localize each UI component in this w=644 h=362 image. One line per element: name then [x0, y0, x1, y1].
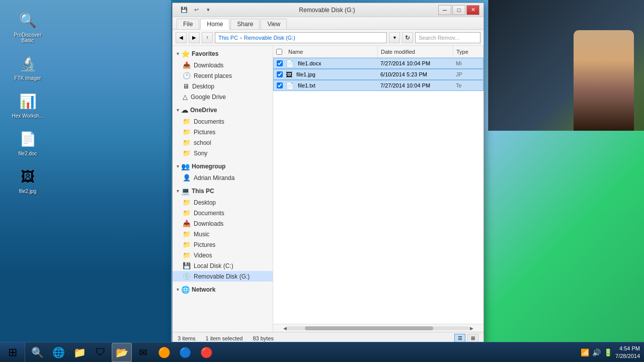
desktop-icon-file2jpg[interactable]: 🖼 file2.jpg — [10, 166, 45, 194]
horizontal-scrollbar[interactable]: ◀ ▶ — [273, 324, 484, 332]
file-row-txt[interactable]: 📄 file1.txt 7/27/2014 10:04 PM Te — [273, 80, 484, 91]
sidebar-item-sony[interactable]: 📁 Sony — [173, 148, 273, 158]
header-name[interactable]: Name — [285, 46, 378, 57]
details-view-button[interactable]: ☰ — [454, 334, 465, 343]
checkbox-jpg[interactable] — [277, 71, 283, 77]
sidebar-item-pictures-pc[interactable]: 📁 Pictures — [173, 239, 273, 250]
homegroup-icon: 👥 — [181, 162, 190, 170]
sidebar-item-desktop-pc[interactable]: 📁 Desktop — [173, 197, 273, 208]
tab-share[interactable]: Share — [230, 19, 260, 29]
sidebar-header-network[interactable]: ▾ 🌐 Network — [173, 284, 273, 296]
sidebar-item-school[interactable]: 📁 school — [173, 137, 273, 148]
sidebar-header-homegroup[interactable]: ▾ 👥 Homegroup — [173, 160, 273, 172]
back-button[interactable]: ◀ — [176, 32, 187, 43]
sidebar-item-pictures-od[interactable]: 📁 Pictures — [173, 127, 273, 137]
taskbar-unknown1-button[interactable]: 🛡 — [91, 343, 111, 362]
sidebar-item-music[interactable]: 📁 Music — [173, 229, 273, 239]
sidebar-item-videos[interactable]: 📁 Videos — [173, 250, 273, 260]
sidebar-item-downloads-fav[interactable]: 📥 Downloads — [173, 60, 273, 70]
sidebar-item-documents-od[interactable]: 📁 Documents — [173, 116, 273, 127]
ribbon-tabs: File Home Share View — [173, 17, 484, 29]
scroll-track[interactable] — [287, 326, 470, 330]
file-check-docx[interactable] — [274, 60, 286, 66]
desktop-icon-file2doc[interactable]: 📄 file2.doc — [10, 129, 45, 156]
close-button[interactable]: ✕ — [466, 5, 479, 15]
header-check[interactable] — [273, 49, 285, 55]
downloads-fav-icon: 📥 — [183, 61, 191, 69]
tab-home[interactable]: Home — [200, 19, 229, 30]
webcam-feed — [489, 0, 644, 131]
header-date[interactable]: Date modified — [378, 46, 453, 57]
path-thispc: This PC — [218, 35, 238, 41]
taskbar-mail-button[interactable]: ✉ — [133, 343, 153, 362]
qat-dropdown-button[interactable]: ▾ — [203, 6, 214, 15]
minimize-button[interactable]: ─ — [438, 5, 451, 15]
file-row-docx[interactable]: 📄 file1.docx 7/27/2014 10:04 PM Mi — [273, 58, 484, 69]
sidebar-header-favorites[interactable]: ▾ ⭐ Favorites — [173, 48, 273, 60]
maximize-button[interactable]: □ — [452, 5, 465, 15]
path-dropdown-button[interactable]: ▾ — [389, 32, 400, 43]
sidebar-item-desktop-fav[interactable]: 🖥 Desktop — [173, 81, 273, 92]
qat-undo-button[interactable]: ↩ — [191, 6, 202, 15]
sidebar-item-googledrive[interactable]: △ Google Drive — [173, 92, 273, 102]
system-clock[interactable]: 4:54 PM 7/28/2014 — [615, 345, 640, 359]
scroll-right-arrow[interactable]: ▶ — [470, 326, 473, 331]
taskbar-ie-button[interactable]: 🌐 — [48, 343, 68, 362]
desktop-icon-ftk[interactable]: 🔬 FTK Imager — [10, 53, 45, 81]
taskbar-folder-button[interactable]: 📁 — [69, 343, 90, 362]
thispc-chevron: ▾ — [177, 189, 179, 194]
sidebar-header-onedrive[interactable]: ▾ ☁ OneDrive — [173, 104, 273, 116]
taskbar-app3-button[interactable]: 🔴 — [196, 343, 216, 362]
taskbar-search-button[interactable]: 🔍 — [27, 343, 47, 362]
sidebar-item-downloads-pc[interactable]: 📥 Downloads — [173, 218, 273, 229]
scroll-left-arrow[interactable]: ◀ — [283, 326, 287, 331]
scroll-thumb[interactable] — [305, 326, 433, 330]
desktop-icons: 🔍 ProDiscover Basic 🔬 FTK Imager 📊 Hex W… — [10, 10, 45, 194]
desktop-icon-prodiscover[interactable]: 🔍 ProDiscover Basic — [10, 10, 45, 43]
file-row-jpg[interactable]: 🖼 file1.jpg 6/10/2014 5:23 PM JP — [273, 69, 484, 80]
tab-file[interactable]: File — [177, 19, 199, 29]
file-header: Name Date modified Type — [273, 46, 484, 58]
sidebar-item-recent-places[interactable]: 🕐 Recent places — [173, 70, 273, 81]
taskbar-app2-button[interactable]: 🔵 — [175, 343, 195, 362]
desktop-icon-hex[interactable]: 📊 Hex Worksh... — [10, 91, 45, 119]
sound-tray-icon[interactable]: 🔊 — [592, 348, 601, 356]
address-path[interactable]: This PC › Removable Disk (G:) — [215, 32, 387, 43]
select-all-checkbox[interactable] — [276, 49, 282, 55]
file-type-docx: Mi — [453, 60, 483, 66]
file-type-txt: Te — [453, 82, 483, 88]
pictures-pc-icon: 📁 — [183, 241, 191, 248]
file-check-txt[interactable] — [274, 82, 286, 88]
refresh-button[interactable]: ↻ — [402, 32, 413, 43]
sidebar-item-removable-disk-g[interactable]: 💿 Removable Disk (G:) — [173, 271, 273, 282]
forward-button[interactable]: ▶ — [189, 32, 200, 43]
search-box[interactable]: Search Remov... — [415, 32, 480, 43]
taskbar-app1-button[interactable]: 🟠 — [154, 343, 174, 362]
tab-view[interactable]: View — [261, 19, 287, 29]
path-removable: Removable Disk (G:) — [244, 35, 295, 41]
favorites-chevron: ▾ — [177, 51, 179, 56]
network-chevron: ▾ — [177, 287, 179, 292]
sidebar-header-thispc[interactable]: ▾ 💻 This PC — [173, 185, 273, 197]
start-button[interactable]: ⊞ — [0, 342, 25, 363]
sidebar-item-local-disk-c[interactable]: 💾 Local Disk (C:) — [173, 260, 273, 271]
checkbox-txt[interactable] — [277, 82, 283, 88]
taskbar-explorer-active-button[interactable]: 📂 — [112, 343, 132, 362]
checkbox-docx[interactable] — [277, 60, 283, 66]
file-date-jpg: 6/10/2014 5:23 PM — [377, 71, 453, 77]
homegroup-label: Homegroup — [192, 163, 225, 170]
adrian-label: Adrian Miranda — [194, 174, 234, 182]
qat-save-button[interactable]: 💾 — [179, 6, 190, 15]
googledrive-icon: △ — [183, 93, 188, 101]
battery-tray-icon[interactable]: 🔋 — [604, 348, 612, 356]
network-tray-icon[interactable]: 📶 — [581, 348, 589, 356]
sidebar-item-documents-pc[interactable]: 📁 Documents — [173, 208, 273, 218]
file-check-jpg[interactable] — [274, 71, 286, 77]
header-type[interactable]: Type — [453, 46, 484, 57]
col-date-label: Date modified — [381, 49, 415, 55]
large-icons-view-button[interactable]: ⊞ — [467, 334, 478, 343]
sidebar-item-adrian[interactable]: 👤 Adrian Miranda — [173, 172, 273, 183]
up-button[interactable]: ↑ — [202, 32, 213, 43]
pictures-pc-label: Pictures — [194, 241, 215, 248]
removable-disk-g-label: Removable Disk (G:) — [194, 273, 250, 280]
